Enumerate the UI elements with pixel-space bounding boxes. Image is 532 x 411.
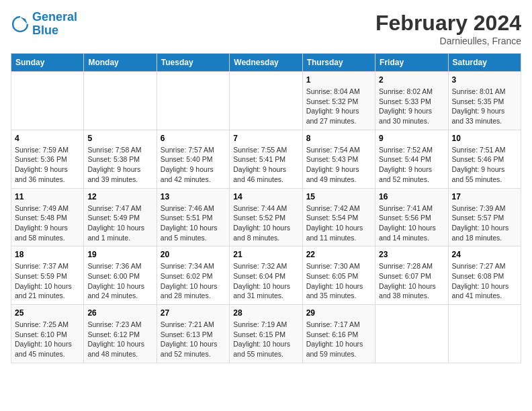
day-info: Sunrise: 7:55 AMSunset: 5:41 PMDaylight:… — [233, 145, 298, 185]
day-number: 14 — [233, 192, 298, 201]
calendar-cell: 20Sunrise: 7:34 AMSunset: 6:02 PMDayligh… — [157, 246, 229, 305]
day-number: 5 — [87, 134, 152, 143]
day-number: 23 — [379, 250, 444, 259]
day-info: Sunrise: 7:28 AMSunset: 6:07 PMDaylight:… — [379, 261, 444, 301]
day-info: Sunrise: 7:25 AMSunset: 6:10 PMDaylight:… — [15, 320, 80, 359]
calendar-cell — [11, 72, 84, 130]
calendar-cell: 9Sunrise: 7:52 AMSunset: 5:44 PMDaylight… — [375, 130, 448, 188]
calendar-cell — [375, 305, 448, 363]
day-info: Sunrise: 7:21 AMSunset: 6:13 PMDaylight:… — [161, 320, 226, 359]
calendar-cell: 6Sunrise: 7:57 AMSunset: 5:40 PMDaylight… — [157, 130, 229, 188]
day-info: Sunrise: 7:19 AMSunset: 6:15 PMDaylight:… — [233, 320, 298, 359]
day-number: 22 — [306, 250, 371, 259]
calendar-cell — [84, 72, 157, 130]
column-header-wednesday: Wednesday — [230, 54, 302, 72]
column-header-friday: Friday — [375, 54, 448, 72]
day-number: 4 — [15, 134, 80, 143]
day-info: Sunrise: 7:37 AMSunset: 5:59 PMDaylight:… — [15, 261, 80, 301]
calendar-cell: 27Sunrise: 7:21 AMSunset: 6:13 PMDayligh… — [157, 305, 229, 363]
calendar-cell: 3Sunrise: 8:01 AMSunset: 5:35 PMDaylight… — [448, 72, 521, 130]
day-info: Sunrise: 7:44 AMSunset: 5:52 PMDaylight:… — [233, 203, 298, 243]
column-header-saturday: Saturday — [448, 54, 521, 72]
calendar-cell: 26Sunrise: 7:23 AMSunset: 6:12 PMDayligh… — [84, 305, 157, 363]
calendar-cell: 28Sunrise: 7:19 AMSunset: 6:15 PMDayligh… — [230, 305, 302, 363]
day-info: Sunrise: 7:59 AMSunset: 5:36 PMDaylight:… — [15, 145, 80, 185]
column-header-sunday: Sunday — [11, 54, 84, 72]
day-number: 16 — [379, 192, 444, 201]
day-number: 28 — [233, 308, 298, 318]
day-number: 6 — [161, 134, 226, 143]
main-title: February 2024 — [375, 11, 521, 36]
calendar-cell: 17Sunrise: 7:39 AMSunset: 5:57 PMDayligh… — [448, 188, 521, 246]
logo: General Blue — [11, 11, 77, 38]
calendar-week-1: 1Sunrise: 8:04 AMSunset: 5:32 PMDaylight… — [11, 72, 521, 130]
calendar-cell: 11Sunrise: 7:49 AMSunset: 5:48 PMDayligh… — [11, 188, 84, 246]
calendar-cell: 19Sunrise: 7:36 AMSunset: 6:00 PMDayligh… — [84, 246, 157, 305]
day-number: 19 — [87, 250, 152, 259]
calendar-cell: 21Sunrise: 7:32 AMSunset: 6:04 PMDayligh… — [230, 246, 302, 305]
column-header-monday: Monday — [84, 54, 157, 72]
day-info: Sunrise: 7:36 AMSunset: 6:00 PMDaylight:… — [87, 261, 152, 301]
calendar-cell: 23Sunrise: 7:28 AMSunset: 6:07 PMDayligh… — [375, 246, 448, 305]
day-number: 24 — [452, 250, 517, 259]
day-info: Sunrise: 7:41 AMSunset: 5:56 PMDaylight:… — [379, 203, 444, 243]
day-info: Sunrise: 8:01 AMSunset: 5:35 PMDaylight:… — [452, 87, 517, 126]
page-header: General Blue February 2024 Darnieulles, … — [11, 11, 521, 46]
day-number: 21 — [233, 250, 298, 259]
day-number: 9 — [379, 134, 444, 143]
calendar-cell: 1Sunrise: 8:04 AMSunset: 5:32 PMDaylight… — [302, 72, 375, 130]
calendar-cell: 4Sunrise: 7:59 AMSunset: 5:36 PMDaylight… — [11, 130, 84, 188]
day-info: Sunrise: 7:30 AMSunset: 6:05 PMDaylight:… — [306, 261, 371, 301]
day-info: Sunrise: 7:58 AMSunset: 5:38 PMDaylight:… — [87, 145, 152, 185]
day-info: Sunrise: 7:42 AMSunset: 5:54 PMDaylight:… — [306, 203, 371, 243]
calendar-cell: 5Sunrise: 7:58 AMSunset: 5:38 PMDaylight… — [84, 130, 157, 188]
calendar-cell: 13Sunrise: 7:46 AMSunset: 5:51 PMDayligh… — [157, 188, 229, 246]
day-info: Sunrise: 7:47 AMSunset: 5:49 PMDaylight:… — [87, 203, 152, 243]
day-info: Sunrise: 7:27 AMSunset: 6:08 PMDaylight:… — [452, 261, 517, 301]
day-number: 27 — [161, 308, 226, 318]
calendar-cell: 18Sunrise: 7:37 AMSunset: 5:59 PMDayligh… — [11, 246, 84, 305]
day-info: Sunrise: 7:57 AMSunset: 5:40 PMDaylight:… — [161, 145, 226, 185]
day-number: 13 — [161, 192, 226, 201]
calendar-cell — [230, 72, 302, 130]
day-number: 8 — [306, 134, 371, 143]
calendar-cell: 7Sunrise: 7:55 AMSunset: 5:41 PMDaylight… — [230, 130, 302, 188]
calendar-cell: 15Sunrise: 7:42 AMSunset: 5:54 PMDayligh… — [302, 188, 375, 246]
day-info: Sunrise: 7:46 AMSunset: 5:51 PMDaylight:… — [161, 203, 226, 243]
calendar-week-5: 25Sunrise: 7:25 AMSunset: 6:10 PMDayligh… — [11, 305, 521, 363]
day-info: Sunrise: 7:34 AMSunset: 6:02 PMDaylight:… — [161, 261, 226, 301]
calendar-cell: 29Sunrise: 7:17 AMSunset: 6:16 PMDayligh… — [302, 305, 375, 363]
calendar-cell: 8Sunrise: 7:54 AMSunset: 5:43 PMDaylight… — [302, 130, 375, 188]
day-number: 20 — [161, 250, 226, 259]
day-info: Sunrise: 7:39 AMSunset: 5:57 PMDaylight:… — [452, 203, 517, 243]
column-header-tuesday: Tuesday — [157, 54, 229, 72]
day-number: 29 — [306, 308, 371, 318]
calendar-header-row: SundayMondayTuesdayWednesdayThursdayFrid… — [11, 54, 521, 72]
day-info: Sunrise: 7:17 AMSunset: 6:16 PMDaylight:… — [306, 320, 371, 359]
day-number: 18 — [15, 250, 80, 259]
day-number: 15 — [306, 192, 371, 201]
subtitle: Darnieulles, France — [375, 36, 521, 46]
day-info: Sunrise: 7:32 AMSunset: 6:04 PMDaylight:… — [233, 261, 298, 301]
calendar-table: SundayMondayTuesdayWednesdayThursdayFrid… — [11, 53, 521, 363]
day-number: 3 — [452, 75, 517, 85]
day-number: 11 — [15, 192, 80, 201]
day-info: Sunrise: 8:02 AMSunset: 5:33 PMDaylight:… — [379, 87, 444, 126]
day-number: 10 — [452, 134, 517, 143]
calendar-cell: 22Sunrise: 7:30 AMSunset: 6:05 PMDayligh… — [302, 246, 375, 305]
day-info: Sunrise: 7:52 AMSunset: 5:44 PMDaylight:… — [379, 145, 444, 185]
day-number: 26 — [87, 308, 152, 318]
calendar-week-2: 4Sunrise: 7:59 AMSunset: 5:36 PMDaylight… — [11, 130, 521, 188]
day-number: 25 — [15, 308, 80, 318]
day-number: 17 — [452, 192, 517, 201]
day-number: 2 — [379, 75, 444, 85]
calendar-cell: 25Sunrise: 7:25 AMSunset: 6:10 PMDayligh… — [11, 305, 84, 363]
calendar-cell — [157, 72, 229, 130]
column-header-thursday: Thursday — [302, 54, 375, 72]
day-info: Sunrise: 7:51 AMSunset: 5:46 PMDaylight:… — [452, 145, 517, 185]
day-number: 12 — [87, 192, 152, 201]
day-info: Sunrise: 7:23 AMSunset: 6:12 PMDaylight:… — [87, 320, 152, 359]
calendar-cell: 24Sunrise: 7:27 AMSunset: 6:08 PMDayligh… — [448, 246, 521, 305]
logo-icon — [11, 15, 30, 34]
calendar-week-3: 11Sunrise: 7:49 AMSunset: 5:48 PMDayligh… — [11, 188, 521, 246]
